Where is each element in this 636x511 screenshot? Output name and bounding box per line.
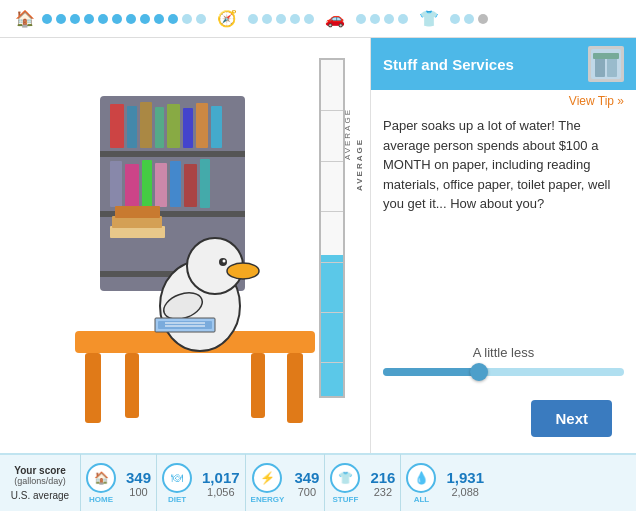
- energy-score-label: ENERGY: [251, 495, 285, 504]
- meter-bar: [319, 58, 345, 398]
- dot-10: [168, 14, 178, 24]
- home-nav-icon[interactable]: 🏠: [12, 6, 38, 32]
- svg-rect-4: [110, 104, 124, 148]
- dot-11: [182, 14, 192, 24]
- home-your-score: 349: [126, 469, 151, 486]
- slider-fill: [383, 368, 479, 376]
- dot-15: [276, 14, 286, 24]
- us-average-label: U.S. average: [0, 490, 80, 501]
- svg-rect-21: [115, 206, 160, 218]
- dot-9: [154, 14, 164, 24]
- dot-2: [56, 14, 66, 24]
- home-score-icon-col: 🏠 HOME: [81, 463, 121, 504]
- left-panel: AVERAGE AVERAGE: [0, 38, 370, 453]
- all-us-avg: 2,088: [451, 486, 479, 498]
- panel-header: Stuff and Services: [371, 38, 636, 90]
- panel-body: Paper soaks up a lot of water! The avera…: [371, 112, 636, 333]
- dot-22: [450, 14, 460, 24]
- score-label-column: Your score (gallons/day) U.S. average: [0, 465, 80, 501]
- svg-rect-1: [100, 151, 245, 157]
- dot-24: [478, 14, 488, 24]
- svg-rect-18: [200, 159, 210, 208]
- scene-svg: [55, 76, 355, 436]
- home-score-label: HOME: [89, 495, 113, 504]
- slider-container[interactable]: [371, 368, 636, 376]
- home-us-avg: 100: [129, 486, 147, 498]
- home-score-values: 349 100: [121, 469, 156, 498]
- diet-score-label: DIET: [168, 495, 186, 504]
- shirt-nav-icon: 👕: [416, 6, 442, 32]
- svg-rect-9: [183, 108, 193, 148]
- all-your-score: 1,931: [446, 469, 484, 486]
- svg-point-31: [223, 259, 226, 262]
- right-panel: Stuff and Services View Tip » Paper soak…: [370, 38, 636, 453]
- top-navigation: 🏠 🧭 🚗 👕: [0, 0, 636, 38]
- stuff-your-score: 216: [370, 469, 395, 486]
- svg-rect-11: [211, 106, 222, 148]
- svg-rect-25: [251, 353, 265, 418]
- all-score-label: ALL: [414, 495, 430, 504]
- dot-21: [398, 14, 408, 24]
- panel-header-image: [588, 46, 624, 82]
- svg-rect-16: [170, 161, 181, 207]
- diet-your-score: 1,017: [202, 469, 240, 486]
- home-score-icon: 🏠: [86, 463, 116, 493]
- dot-7: [126, 14, 136, 24]
- dot-5: [98, 14, 108, 24]
- dot-17: [304, 14, 314, 24]
- dot-14: [262, 14, 272, 24]
- dot-8: [140, 14, 150, 24]
- energy-us-avg: 700: [298, 486, 316, 498]
- energy-score-values: 349 700: [289, 469, 324, 498]
- dot-6: [112, 14, 122, 24]
- slider-label: A little less: [371, 345, 636, 360]
- all-score-icon: 💧: [406, 463, 436, 493]
- svg-rect-10: [196, 103, 208, 148]
- slider-thumb[interactable]: [470, 363, 488, 381]
- slider-track[interactable]: [383, 368, 624, 376]
- dot-1: [42, 14, 52, 24]
- dot-13: [248, 14, 258, 24]
- svg-rect-39: [607, 57, 617, 77]
- svg-rect-12: [110, 161, 122, 207]
- compass-nav-icon: 🧭: [214, 6, 240, 32]
- dot-16: [290, 14, 300, 24]
- illustration: [55, 76, 335, 416]
- svg-rect-15: [155, 163, 167, 207]
- diet-score-icon-col: 🍽 DIET: [157, 463, 197, 504]
- all-score-icon-col: 💧 ALL: [401, 463, 441, 504]
- your-score-label: Your score: [0, 465, 80, 476]
- next-button[interactable]: Next: [531, 400, 612, 437]
- svg-rect-13: [125, 164, 139, 207]
- score-group-all: 💧 ALL 1,931 2,088: [400, 454, 489, 511]
- dot-19: [370, 14, 380, 24]
- dot-20: [384, 14, 394, 24]
- svg-rect-17: [184, 164, 197, 207]
- button-row: Next: [371, 388, 636, 453]
- svg-rect-40: [593, 53, 619, 59]
- score-group-energy: ⚡ ENERGY 349 700: [245, 454, 325, 511]
- score-group-diet: 🍽 DIET 1,017 1,056: [156, 454, 245, 511]
- svg-rect-24: [125, 353, 139, 418]
- all-score-values: 1,931 2,088: [441, 469, 489, 498]
- dot-23: [464, 14, 474, 24]
- svg-rect-23: [85, 353, 101, 423]
- view-tip-link[interactable]: View Tip »: [371, 90, 636, 112]
- svg-point-29: [227, 263, 259, 279]
- svg-rect-6: [140, 102, 152, 148]
- meter-fill: [321, 255, 343, 396]
- dot-3: [70, 14, 80, 24]
- svg-rect-5: [127, 106, 137, 148]
- energy-score-icon: ⚡: [252, 463, 282, 493]
- car-nav-icon: 🚗: [322, 6, 348, 32]
- stuff-score-icon: 👕: [330, 463, 360, 493]
- gallons-label: (gallons/day): [0, 476, 80, 486]
- svg-rect-38: [595, 57, 605, 77]
- svg-rect-34: [158, 321, 212, 329]
- meter-label: AVERAGE: [343, 108, 352, 160]
- main-content: AVERAGE AVERAGE Stuff and Services View …: [0, 38, 636, 453]
- svg-rect-14: [142, 160, 152, 208]
- score-group-home: 🏠 HOME 349 100: [80, 454, 156, 511]
- panel-title: Stuff and Services: [383, 56, 514, 73]
- clothes-icon: [589, 47, 623, 81]
